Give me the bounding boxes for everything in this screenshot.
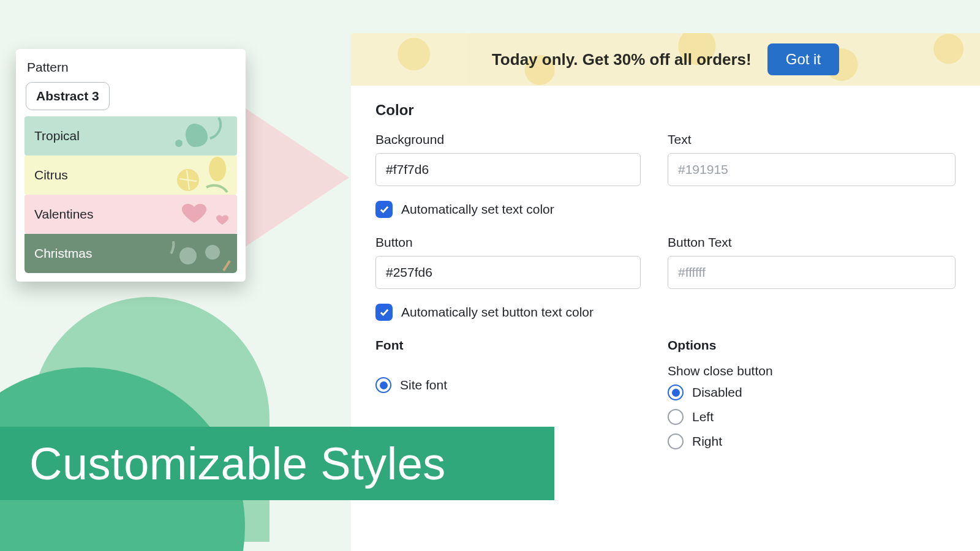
checkmark-icon — [375, 304, 393, 321]
ornament-icon — [115, 234, 237, 273]
pattern-option-label: Tropical — [34, 129, 80, 143]
banner-cta-button[interactable]: Got it — [767, 43, 839, 75]
svg-point-3 — [179, 247, 197, 264]
pattern-selected-pill[interactable]: Abstract 3 — [26, 82, 110, 110]
pattern-option-label: Citrus — [34, 168, 68, 182]
label-background: Background — [375, 132, 641, 147]
checkbox-label: Automatically set button text color — [401, 305, 594, 320]
radio-icon — [375, 377, 391, 393]
lemon-icon — [115, 156, 237, 195]
radio-label: Site font — [400, 378, 447, 392]
radio-label: Disabled — [692, 385, 742, 400]
banner-text: Today only. Get 30% off all orders! — [492, 50, 752, 69]
pattern-option-label: Christmas — [34, 246, 92, 261]
section-heading-options: Options — [668, 338, 956, 353]
pattern-option-christmas[interactable]: Christmas — [24, 234, 237, 273]
heart-icon — [115, 195, 237, 234]
svg-point-4 — [205, 245, 220, 260]
checkmark-icon — [375, 201, 393, 218]
leaf-icon — [115, 116, 237, 156]
checkbox-auto-button-text-color[interactable]: Automatically set button text color — [375, 304, 956, 321]
svg-point-2 — [209, 157, 226, 181]
radio-font-site[interactable]: Site font — [375, 377, 641, 393]
label-button-text-color: Button Text — [668, 235, 956, 250]
pattern-card: Pattern Abstract 3 Tropical Citrus Valen… — [16, 49, 246, 282]
radio-label: Right — [692, 434, 722, 449]
label-text-color: Text — [668, 132, 956, 147]
svg-point-0 — [175, 140, 183, 147]
radio-close-disabled[interactable]: Disabled — [668, 384, 956, 400]
checkbox-label: Automatically set text color — [401, 202, 554, 217]
radio-close-left[interactable]: Left — [668, 409, 956, 425]
svg-point-1 — [177, 169, 199, 191]
pattern-card-title: Pattern — [27, 60, 237, 75]
section-heading-color: Color — [375, 102, 956, 119]
label-show-close-button: Show close button — [668, 364, 956, 378]
input-background-color[interactable] — [375, 153, 641, 186]
checkbox-auto-text-color[interactable]: Automatically set text color — [375, 201, 956, 218]
promo-title-bar: Customizable Styles — [0, 427, 554, 500]
pattern-option-label: Valentines — [34, 207, 94, 222]
input-button-color[interactable] — [375, 256, 641, 289]
radio-icon — [668, 433, 684, 449]
pattern-option-valentines[interactable]: Valentines — [24, 195, 237, 234]
pattern-option-tropical[interactable]: Tropical — [24, 116, 237, 156]
radio-label: Left — [692, 410, 714, 424]
input-button-text-color[interactable] — [668, 256, 956, 289]
preview-banner: Today only. Get 30% off all orders! Got … — [351, 33, 980, 86]
input-text-color[interactable] — [668, 153, 956, 186]
section-heading-font: Font — [375, 338, 641, 353]
promo-title: Customizable Styles — [29, 438, 446, 490]
radio-icon — [668, 384, 684, 400]
pattern-option-citrus[interactable]: Citrus — [24, 156, 237, 195]
radio-icon — [668, 409, 684, 425]
radio-close-right[interactable]: Right — [668, 433, 956, 449]
label-button-color: Button — [375, 235, 641, 250]
